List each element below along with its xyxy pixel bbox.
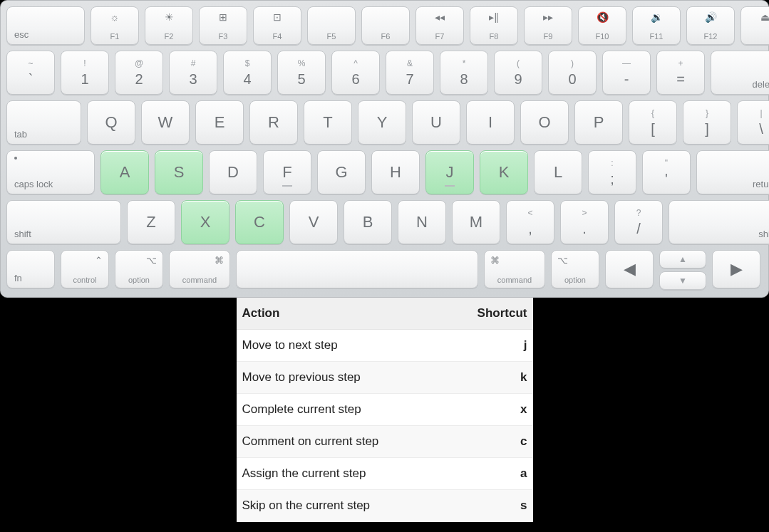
shortcut-key: x xyxy=(520,402,527,417)
key-5: %5 xyxy=(277,51,326,95)
key-arrow-up: ▲ xyxy=(659,250,706,268)
shortcut-row: Assign the current stepa xyxy=(237,458,533,490)
key-i: I xyxy=(466,100,515,145)
key-f4: ⊡F4 xyxy=(253,6,301,45)
key-shift: shift xyxy=(6,200,121,244)
key-f7: ◂◂F7 xyxy=(416,6,464,45)
shortcut-row: Move to next stepj xyxy=(237,330,533,362)
key-n: N xyxy=(398,200,446,244)
key-u: U xyxy=(412,100,460,145)
key-t: T xyxy=(304,100,352,145)
key--: :; xyxy=(588,150,636,194)
key-f3: ⊞F3 xyxy=(199,6,247,45)
shortcut-row: Complete current stepx xyxy=(237,394,533,426)
key-1: !1 xyxy=(61,51,109,95)
key-w: W xyxy=(141,100,190,145)
key--: ⏏ xyxy=(740,6,769,45)
key-f5: F5 xyxy=(307,6,356,45)
shortcut-key: c xyxy=(520,434,527,449)
key-0: )0 xyxy=(548,51,597,95)
key-arrow-down: ▼ xyxy=(659,271,706,290)
key-o: O xyxy=(520,100,569,145)
key-2: @2 xyxy=(115,51,163,95)
key-v: V xyxy=(289,200,338,244)
key-f9: ▸▸F9 xyxy=(524,6,572,45)
keyboard: esc☼F1☀F2⊞F3⊡F4F5F6◂◂F7▸‖F8▸▸F9🔇F10🔉F11🔊… xyxy=(0,0,769,298)
key-6: ^6 xyxy=(331,51,380,95)
key-f1: ☼F1 xyxy=(91,6,139,45)
key-7: &7 xyxy=(386,51,434,95)
shortcut-action: Comment on current step xyxy=(242,434,379,449)
shortcut-table: Action Shortcut Move to next stepjMove t… xyxy=(237,298,533,522)
shortcut-key: j xyxy=(524,338,527,353)
key-- xyxy=(236,250,478,288)
shortcut-key: s xyxy=(520,499,527,513)
key--: {[ xyxy=(629,100,677,145)
key-g: G xyxy=(317,150,366,194)
key-8: *8 xyxy=(440,51,488,95)
key-e: E xyxy=(195,100,244,145)
key-command: ⌘command xyxy=(484,250,545,288)
key-b: B xyxy=(344,200,392,244)
key-tab: tab xyxy=(6,100,81,145)
key-p: P xyxy=(574,100,623,145)
key-shift: shift xyxy=(669,200,769,244)
key--: }] xyxy=(683,100,731,145)
shortcut-row: Move to previous stepk xyxy=(237,362,533,394)
key--: ~` xyxy=(6,51,55,95)
key-l: L xyxy=(534,150,582,194)
key-f10: 🔇F10 xyxy=(578,6,626,45)
key-3: #3 xyxy=(169,51,217,95)
key-return: return xyxy=(696,150,769,194)
key-f12: 🔊F12 xyxy=(686,6,735,45)
key-caps-lock: caps lock xyxy=(6,150,95,194)
shortcut-row: Skip on the current steps xyxy=(237,490,533,522)
key-4: $4 xyxy=(223,51,272,95)
shortcut-key: a xyxy=(520,466,527,481)
shortcut-table-header: Action Shortcut xyxy=(237,298,533,330)
key-m: M xyxy=(452,200,500,244)
key-fn: fn xyxy=(6,250,55,288)
key-h: H xyxy=(371,150,420,194)
key-f11: 🔉F11 xyxy=(632,6,681,45)
key--: —- xyxy=(602,51,651,95)
shortcut-action: Move to next step xyxy=(242,338,338,353)
key--: <, xyxy=(506,200,554,244)
key-s: S xyxy=(155,150,203,194)
key-r: R xyxy=(249,100,298,145)
shortcut-action: Complete current step xyxy=(242,402,361,417)
key-f8: ▸‖F8 xyxy=(470,6,518,45)
key--: ◀ xyxy=(605,250,654,288)
key-z: Z xyxy=(127,200,175,244)
key-a: A xyxy=(100,150,149,194)
key-esc: esc xyxy=(6,6,85,45)
key-f2: ☀F2 xyxy=(145,6,193,45)
key-f: F xyxy=(263,150,311,194)
shortcut-row: Comment on current stepc xyxy=(237,426,533,458)
key-control: ⌃control xyxy=(61,250,109,288)
shortcut-action: Assign the current step xyxy=(242,466,366,481)
key-delete: delete xyxy=(711,51,769,95)
header-shortcut: Shortcut xyxy=(478,306,527,320)
key--: += xyxy=(656,51,705,95)
key--: |\ xyxy=(737,100,769,145)
key-k: K xyxy=(480,150,528,194)
key-option: ⌥option xyxy=(115,250,163,288)
key-x: X xyxy=(181,200,229,244)
key-f6: F6 xyxy=(361,6,410,45)
key-c: C xyxy=(235,200,284,244)
key-arrow-updown: ▲▼ xyxy=(659,250,706,290)
shortcut-action: Move to previous step xyxy=(242,370,361,385)
key-option: ⌥option xyxy=(551,250,599,288)
header-action: Action xyxy=(242,306,280,320)
key-j: J xyxy=(425,150,474,194)
key--: ▶ xyxy=(712,250,760,288)
shortcut-action: Skip on the current step xyxy=(242,499,371,513)
key-9: (9 xyxy=(494,51,542,95)
key-d: D xyxy=(209,150,257,194)
key-y: Y xyxy=(358,100,406,145)
key--: ?/ xyxy=(614,200,663,244)
key--: "' xyxy=(642,150,691,194)
key-command: ⌘command xyxy=(169,250,230,288)
key--: >. xyxy=(560,200,609,244)
